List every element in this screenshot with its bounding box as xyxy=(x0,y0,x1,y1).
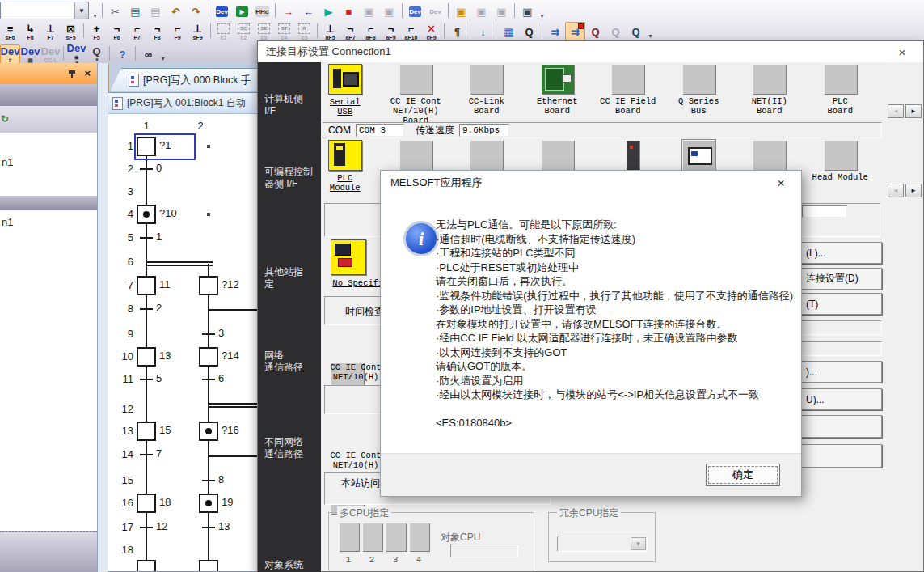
sfc-transition[interactable] xyxy=(140,237,153,239)
sfc-par-div-f8-icon[interactable]: ¬F8 xyxy=(147,22,167,41)
copy-button-icon[interactable]: ▤ xyxy=(125,2,146,21)
plc-if-icon[interactable] xyxy=(470,140,503,170)
dock-list-item[interactable]: n1 xyxy=(0,154,97,175)
pc-if-icon[interactable] xyxy=(541,64,574,94)
sfc-arrow-af7-icon[interactable]: ¬aF7 xyxy=(340,22,361,41)
pc-if-item[interactable]: CC IE Cont NET/10(H) Board xyxy=(381,64,452,125)
paste-button-icon[interactable]: ▤ xyxy=(146,2,166,21)
pc-if-item[interactable]: PLC Board xyxy=(805,64,876,125)
quick-combo[interactable]: ▼ xyxy=(0,2,89,19)
statement-button-icon[interactable]: ▣ xyxy=(451,2,471,21)
sfc-jump-f8-icon[interactable]: ↳F8 xyxy=(20,22,40,41)
sfc-arrow-af8-icon[interactable]: ⌐aF8 xyxy=(361,22,381,41)
toolbar-overflow-icon[interactable]: ▾ xyxy=(538,2,546,21)
sfc-step[interactable] xyxy=(137,422,156,441)
detail-field[interactable] xyxy=(802,205,847,218)
hhd-button-icon[interactable]: HHd xyxy=(252,2,272,21)
program-edit-button-icon[interactable]: ¶ xyxy=(447,22,467,41)
note2-button-icon[interactable]: ▣ xyxy=(492,2,512,21)
pc-if-icon[interactable] xyxy=(328,64,362,95)
scroll-right-icon[interactable]: ► xyxy=(905,104,922,118)
cut-button-icon[interactable]: ✂ xyxy=(105,2,125,21)
sfc-sel-conv-f7-icon[interactable]: ⌐F7 xyxy=(127,22,147,41)
sfc-end-f7-icon[interactable]: ⊥F7 xyxy=(40,22,61,41)
pc-if-item[interactable]: CC-Link Board xyxy=(451,64,522,125)
help-button-icon[interactable]: ? xyxy=(112,44,133,64)
plc-if-icon[interactable] xyxy=(399,140,432,170)
monitor-start-button-icon[interactable]: ▶ xyxy=(319,2,339,21)
block-search-button-icon[interactable]: Q xyxy=(519,22,539,41)
sfc-vline-sf9-icon[interactable]: ⊥sF9 xyxy=(188,22,208,41)
pc-if-item[interactable]: Ethernet Board xyxy=(522,64,593,125)
sfc-se-c3-icon[interactable]: SEc3 xyxy=(254,22,274,41)
block-list-button-icon[interactable]: ▦ xyxy=(499,22,519,41)
tree-pin-button-icon[interactable]: ⇉ xyxy=(565,22,585,41)
toolbar-overflow-icon[interactable]: ▾ xyxy=(646,22,655,41)
sfc-transition-f5-icon[interactable]: +F5 xyxy=(86,22,107,41)
device-grid-button-icon[interactable]: Dev▦ xyxy=(20,44,40,64)
zoom-out-button-icon[interactable]: Q xyxy=(605,22,626,41)
plc-if-item[interactable]: Head Module xyxy=(805,140,876,193)
plc-if-icon[interactable] xyxy=(328,140,362,171)
ok-button[interactable]: 确定 xyxy=(706,464,780,486)
connection-dialog-titlebar[interactable]: 连接目标设置 Connection1 xyxy=(258,41,923,62)
redo-button-icon[interactable]: ↷ xyxy=(186,2,206,21)
sfc-arrow-af9-icon[interactable]: ¬aF9 xyxy=(381,22,401,41)
monitor-aux2-button-icon[interactable]: ▣ xyxy=(379,2,399,21)
sfc-transition[interactable] xyxy=(140,454,153,455)
sfc-window-titlebar[interactable]: [PRG]写入 001:Block1 自动 xyxy=(108,93,278,114)
write-to-plc-button-icon[interactable]: → xyxy=(278,2,298,21)
plc-if-icon[interactable] xyxy=(541,140,574,170)
plc-if-icon[interactable] xyxy=(753,140,786,170)
pin-icon[interactable] xyxy=(68,70,76,78)
dock-list-item[interactable]: n1 xyxy=(0,214,97,235)
read-from-plc-button-icon[interactable]: ← xyxy=(298,2,319,21)
cpu-button-1[interactable] xyxy=(339,523,359,551)
sfc-r-c5-icon[interactable]: Rc5 xyxy=(294,22,314,41)
device-comment2-button-icon[interactable]: Dev xyxy=(425,2,445,21)
tab-block0-manual[interactable]: [PRG]写入 000:Block 手 xyxy=(110,68,268,91)
sfc-arrow-af10-icon[interactable]: ⌐aF10 xyxy=(401,22,421,41)
chevron-down-icon[interactable]: ▼ xyxy=(74,2,88,19)
pc-if-icon[interactable] xyxy=(824,64,857,94)
zoom-history-button-icon[interactable]: Q xyxy=(626,22,646,41)
pc-if-icon[interactable] xyxy=(399,64,432,94)
transmission-speed-field[interactable]: 9.6Kbps xyxy=(459,124,509,137)
find-binoculars-button-icon[interactable]: ∞ xyxy=(138,44,158,64)
sfc-transition[interactable] xyxy=(140,308,153,310)
close-icon[interactable]: × xyxy=(84,70,91,78)
sfc-step[interactable] xyxy=(199,422,218,441)
sfc-sel-div-f6-icon[interactable]: ¬F6 xyxy=(107,22,127,41)
pc-if-icon[interactable] xyxy=(611,64,644,94)
dock-panel-footer[interactable] xyxy=(0,531,97,572)
tree-view-button-icon[interactable]: ⇉ xyxy=(545,22,565,41)
pc-if-icon[interactable] xyxy=(682,64,715,94)
device-search-button-icon[interactable]: Dev xyxy=(212,2,232,21)
device-comment-button-icon[interactable]: Dev xyxy=(405,2,425,21)
sfc-step[interactable] xyxy=(137,494,156,513)
close-icon[interactable]: × xyxy=(892,44,912,60)
no-specification-icon[interactable] xyxy=(331,239,366,275)
device-ccl-button-icon[interactable]: DevCC-L xyxy=(40,44,61,64)
monitor-aux1-button-icon[interactable]: ▣ xyxy=(359,2,379,21)
plc-if-icon[interactable] xyxy=(824,140,857,170)
sfc-step[interactable] xyxy=(137,560,156,571)
note-button-icon[interactable]: ▣ xyxy=(471,2,492,21)
sfc-diagram-canvas[interactable]: 12123456789101112131415161718?1?1011?121… xyxy=(109,115,278,571)
sfc-delete-cf9-icon[interactable]: ✕cF9 xyxy=(421,22,441,41)
sort-button-icon[interactable]: ↓ xyxy=(473,22,493,41)
sfc-arrow-af5-icon[interactable]: ⊥aF5 xyxy=(320,22,340,41)
pc-if-icon[interactable] xyxy=(753,64,786,94)
sfc-step-f6-icon[interactable]: ≡sF6 xyxy=(0,22,20,41)
close-icon[interactable]: × xyxy=(770,176,791,192)
scroll-right-icon[interactable]: ► xyxy=(905,184,922,197)
cpu-button-2[interactable] xyxy=(362,523,382,551)
screen-lock-button-icon[interactable]: ▣ xyxy=(517,2,538,21)
redundant-cpu-dropdown[interactable]: ▼ xyxy=(557,536,648,552)
scroll-left-icon[interactable]: ◄ xyxy=(888,184,904,197)
sfc-transition[interactable] xyxy=(140,527,153,528)
monitor-stop-button-icon[interactable]: ■ xyxy=(339,2,359,21)
undo-button-icon[interactable]: ↶ xyxy=(166,2,186,21)
refresh-icon[interactable]: ↻ xyxy=(1,113,9,125)
sfc-step[interactable] xyxy=(137,205,156,224)
